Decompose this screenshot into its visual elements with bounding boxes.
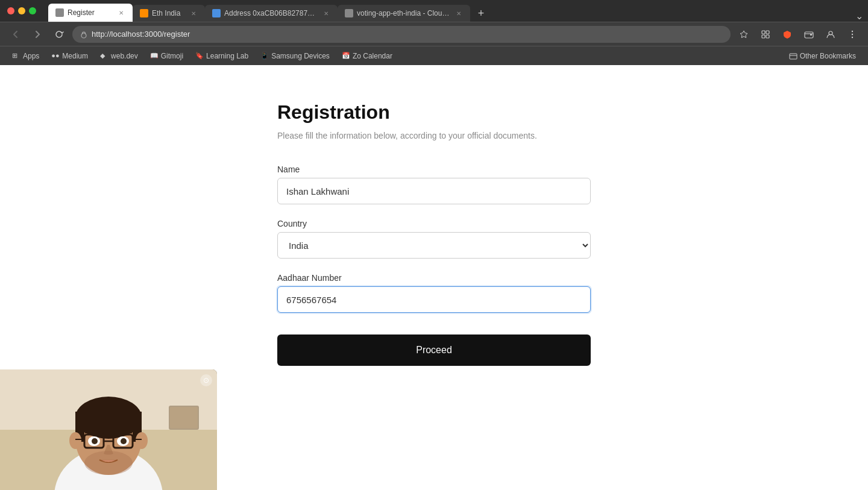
tab-label-voting: voting-app-eth-india - Cloud ...	[357, 9, 451, 17]
svg-rect-8	[766, 35, 769, 38]
bookmarks-folder-icon	[789, 52, 797, 60]
other-bookmarks-label: Other Bookmarks	[800, 52, 856, 60]
webcam-overlay: ⊙	[0, 369, 217, 490]
tab-voting-app[interactable]: voting-app-eth-india - Cloud ... ✕	[338, 5, 470, 22]
apps-icon: ⊞	[12, 52, 20, 60]
svg-rect-7	[762, 35, 765, 38]
extension-puzzle-icon[interactable]	[757, 26, 774, 43]
bookmark-learning-lab-label: Learning Lab	[206, 52, 248, 60]
svg-point-33	[92, 438, 98, 444]
bookmark-medium[interactable]: ●● Medium	[46, 50, 93, 62]
fullscreen-window-button[interactable]	[29, 7, 36, 14]
tab-label-register: Register	[68, 8, 113, 17]
country-form-group: Country India United States United Kingd…	[277, 219, 591, 259]
svg-point-13	[852, 33, 853, 34]
svg-point-14	[852, 36, 853, 37]
bookmark-learning-lab[interactable]: 🔖 Learning Lab	[190, 50, 253, 62]
url-display: http://localhost:3000/register	[92, 30, 190, 39]
tab-label-address: Address 0xaCB06B82787705...	[224, 9, 318, 17]
brave-icon[interactable]	[779, 26, 796, 43]
page-content: Registration Please fill the information…	[0, 65, 868, 490]
zo-calendar-icon: 📅	[342, 52, 350, 60]
tab-favicon-register	[55, 8, 64, 17]
bookmark-apps-label: Apps	[23, 52, 39, 60]
svg-point-25	[136, 432, 148, 449]
profile-icon[interactable]	[822, 26, 839, 43]
svg-point-34	[121, 438, 127, 444]
svg-point-3	[347, 11, 351, 16]
lock-icon	[80, 30, 88, 39]
svg-rect-15	[790, 54, 797, 59]
back-button[interactable]	[7, 26, 24, 43]
name-label: Name	[277, 165, 591, 174]
aadhaar-input[interactable]	[277, 286, 591, 313]
browser-chrome: Register ✕ Eth India ✕ Address 0xaCB06B8…	[0, 0, 868, 65]
medium-icon: ●●	[51, 52, 60, 60]
samsung-icon: 📱	[260, 52, 269, 60]
tab-favicon-address	[212, 9, 221, 17]
bookmark-gitmoji[interactable]: 📖 Gitmoji	[145, 50, 188, 62]
close-window-button[interactable]	[7, 7, 14, 14]
wallet-icon[interactable]	[800, 26, 817, 43]
forward-button[interactable]	[29, 26, 46, 43]
tab-close-eth[interactable]: ✕	[189, 9, 198, 17]
bookmarks-bar: ⊞ Apps ●● Medium ◆ web.dev 📖 Gitmoji 🔖 L…	[0, 46, 868, 65]
tab-close-voting[interactable]: ✕	[454, 9, 463, 17]
menu-button[interactable]	[844, 26, 861, 43]
name-input[interactable]	[277, 178, 591, 204]
svg-point-35	[84, 451, 133, 475]
svg-point-2	[214, 11, 219, 16]
proceed-button[interactable]: Proceed	[277, 335, 591, 366]
reload-button[interactable]	[51, 26, 68, 43]
page-title: Registration	[277, 101, 591, 124]
other-bookmarks[interactable]: Other Bookmarks	[784, 50, 861, 62]
tab-label-eth: Eth India	[152, 9, 186, 17]
bookmark-zo-calendar-label: Zo Calendar	[353, 52, 392, 60]
country-label: Country	[277, 219, 591, 228]
bookmark-apps[interactable]: ⊞ Apps	[7, 50, 44, 62]
tab-list-button[interactable]: ⌄	[851, 10, 868, 22]
bookmark-star-button[interactable]	[735, 26, 752, 43]
navigation-bar: http://localhost:3000/register	[0, 22, 868, 46]
new-tab-button[interactable]: +	[473, 5, 489, 22]
svg-point-24	[69, 432, 81, 449]
minimize-window-button[interactable]	[18, 7, 25, 14]
svg-rect-6	[766, 31, 769, 34]
bookmark-samsung[interactable]: 📱 Samsung Devices	[256, 50, 335, 62]
tab-favicon-eth	[140, 9, 148, 17]
tab-register[interactable]: Register ✕	[48, 4, 133, 22]
bookmark-medium-label: Medium	[62, 52, 88, 60]
country-select[interactable]: India United States United Kingdom Austr…	[277, 232, 591, 259]
page-subtitle: Please fill the information below, accor…	[277, 131, 591, 140]
tab-eth-india[interactable]: Eth India ✕	[133, 5, 205, 22]
bookmark-webdev[interactable]: ◆ web.dev	[95, 50, 143, 62]
tab-address[interactable]: Address 0xaCB06B82787705... ✕	[205, 5, 338, 22]
traffic-lights	[0, 0, 48, 22]
webcam-video	[0, 369, 217, 490]
bookmark-zo-calendar[interactable]: 📅 Zo Calendar	[337, 50, 397, 62]
aadhaar-label: Aadhaar Number	[277, 273, 591, 283]
gitmoji-icon: 📖	[150, 52, 159, 60]
webdev-icon: ◆	[100, 52, 108, 60]
tab-bar: Register ✕ Eth India ✕ Address 0xaCB06B8…	[48, 0, 868, 22]
bookmark-samsung-label: Samsung Devices	[271, 52, 330, 60]
registration-form-container: Registration Please fill the information…	[277, 65, 591, 402]
learning-lab-icon: 🔖	[195, 52, 204, 60]
bookmark-gitmoji-label: Gitmoji	[161, 52, 183, 60]
bookmark-webdev-label: web.dev	[111, 52, 138, 60]
svg-rect-37	[170, 407, 198, 429]
tab-close-address[interactable]: ✕	[322, 9, 330, 17]
svg-point-1	[142, 11, 146, 16]
name-form-group: Name	[277, 165, 591, 204]
tab-close-register[interactable]: ✕	[117, 8, 125, 17]
svg-point-12	[852, 30, 853, 31]
svg-rect-5	[762, 31, 765, 34]
address-bar[interactable]: http://localhost:3000/register	[72, 26, 731, 43]
tab-favicon-voting	[345, 9, 353, 17]
svg-point-0	[57, 10, 62, 15]
nav-icons	[735, 26, 861, 43]
aadhaar-form-group: Aadhaar Number	[277, 273, 591, 313]
webcam-control[interactable]: ⊙	[200, 374, 212, 386]
